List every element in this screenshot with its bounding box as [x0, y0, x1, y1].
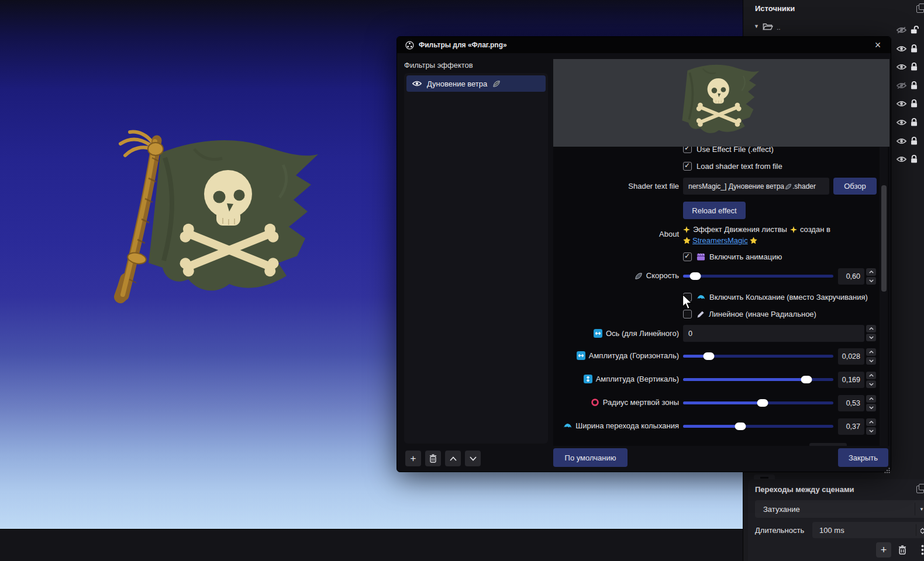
- deadzone-slider[interactable]: [683, 401, 833, 404]
- remove-filter-button[interactable]: [425, 451, 441, 466]
- filter-preview: [553, 59, 889, 147]
- load-shader-checkbox[interactable]: [683, 162, 692, 171]
- spin-up-icon[interactable]: [866, 395, 876, 403]
- sources-panel-title: Источники: [755, 4, 795, 13]
- speed-spinner: [866, 268, 876, 285]
- use-effect-file-checkbox[interactable]: [683, 147, 692, 153]
- deadzone-value[interactable]: 0,53: [838, 395, 864, 411]
- move-filter-down-button[interactable]: [465, 451, 481, 466]
- effects-list-label: Фильтры эффектов: [404, 61, 473, 70]
- axis-label: Ось (для Линейного): [553, 329, 679, 338]
- add-transition-button[interactable]: +: [876, 542, 891, 557]
- dialog-titlebar[interactable]: Фильтры для «Флаг.png» ×: [397, 37, 891, 53]
- spin-up-icon[interactable]: [866, 348, 876, 356]
- hidden-eye-icon[interactable]: [897, 82, 906, 91]
- transitions-panel-title: Переходы между сценами: [755, 485, 854, 494]
- amp-vertical-slider[interactable]: [683, 378, 833, 381]
- dialog-close-button[interactable]: ×: [871, 38, 885, 52]
- lock-icon[interactable]: [911, 81, 918, 92]
- amp-vertical-value[interactable]: 0,169: [838, 372, 864, 388]
- arrow-vertical-icon: [584, 375, 592, 383]
- spin-up-icon[interactable]: [866, 268, 876, 276]
- lock-icon[interactable]: [911, 62, 918, 73]
- pirate-flag-source[interactable]: [106, 123, 335, 305]
- visible-eye-icon[interactable]: [412, 80, 422, 87]
- shader-file-input[interactable]: nersMagic_] Дуновение ветра .shader: [683, 178, 829, 195]
- filter-item-name: Дуновение ветра: [427, 79, 487, 88]
- about-line1: Эффект Движения листвы создан в: [683, 225, 830, 234]
- spin-down-icon[interactable]: [866, 277, 876, 285]
- lock-icon[interactable]: [911, 44, 918, 55]
- speed-value[interactable]: 0,60: [838, 268, 864, 285]
- visible-eye-icon[interactable]: [897, 63, 906, 72]
- move-filter-up-button[interactable]: [445, 451, 461, 466]
- amp-horizontal-spinner: [866, 348, 876, 365]
- lock-icon[interactable]: [911, 99, 918, 110]
- visible-eye-icon[interactable]: [897, 100, 906, 109]
- amp-horizontal-value[interactable]: 0,028: [838, 348, 864, 365]
- remove-transition-button[interactable]: [895, 543, 909, 557]
- amp-vertical-slider-handle[interactable]: [801, 376, 812, 383]
- visible-eye-icon[interactable]: [897, 119, 906, 128]
- filter-settings-pane: Use Effect File (.effect) Load shader te…: [553, 147, 889, 446]
- leaf-icon: [635, 272, 643, 280]
- mouse-cursor: [682, 294, 694, 310]
- amp-horizontal-slider[interactable]: [683, 355, 833, 358]
- spin-down-icon[interactable]: [866, 404, 876, 411]
- settings-scrollbar-thumb[interactable]: [881, 185, 887, 292]
- spin-down-icon[interactable]: [866, 357, 876, 365]
- resize-grip[interactable]: [884, 466, 890, 472]
- pencil-icon: [697, 310, 705, 318]
- sway-width-slider-handle[interactable]: [735, 423, 746, 430]
- transition-select[interactable]: Затухание ▼: [755, 500, 924, 518]
- sway-width-slider[interactable]: [683, 425, 833, 428]
- clipped-next-row-input: [809, 443, 847, 446]
- browse-button[interactable]: Обзор: [833, 178, 877, 195]
- lock-icon[interactable]: [911, 117, 918, 129]
- duration-label: Длительность: [755, 526, 804, 535]
- filter-list-item[interactable]: Дуновение ветра: [406, 75, 546, 92]
- speed-label: Скорость: [553, 271, 679, 280]
- speed-slider[interactable]: [683, 275, 833, 278]
- spin-down-icon[interactable]: [866, 380, 876, 388]
- use-effect-file-label: Use Effect File (.effect): [697, 147, 774, 154]
- transition-menu-button[interactable]: [916, 543, 924, 557]
- linear-label: Линейное (иначе Радиальное): [697, 310, 816, 318]
- spin-down-icon[interactable]: [866, 427, 876, 435]
- spin-up-icon[interactable]: [866, 418, 876, 426]
- add-filter-button[interactable]: +: [405, 451, 421, 466]
- reload-effect-button[interactable]: Reload effect: [683, 202, 746, 219]
- lock-icon[interactable]: [911, 154, 918, 165]
- speed-slider-handle[interactable]: [689, 272, 701, 280]
- linear-checkbox[interactable]: [683, 310, 692, 318]
- hidden-eye-icon[interactable]: [897, 26, 906, 36]
- defaults-button[interactable]: По умолчанию: [553, 448, 628, 467]
- star-icon: [683, 237, 691, 244]
- enable-animation-checkbox[interactable]: [683, 252, 692, 261]
- visible-eye-icon[interactable]: [897, 137, 906, 147]
- spin-down-icon[interactable]: [866, 334, 876, 341]
- settings-scrollbar[interactable]: [880, 147, 888, 446]
- amp-horizontal-slider-handle[interactable]: [703, 352, 714, 360]
- sway-width-value[interactable]: 0,37: [838, 418, 864, 435]
- duration-spinbox[interactable]: 100 ms: [812, 522, 924, 538]
- obs-logo-icon: [405, 41, 414, 50]
- sources-popout-icon[interactable]: [916, 5, 924, 13]
- visible-eye-icon[interactable]: [897, 45, 906, 54]
- axis-spinner: [866, 325, 876, 341]
- obs-main-window: Источник не выбран Свойства Фильтры Исто…: [0, 0, 924, 561]
- streamersmagic-link[interactable]: StreamersMagic: [692, 236, 748, 245]
- deadzone-slider-handle[interactable]: [757, 399, 768, 407]
- unlock-icon[interactable]: [911, 25, 919, 36]
- lock-icon[interactable]: [911, 136, 918, 147]
- about-label: About: [553, 230, 679, 238]
- transitions-popout-icon[interactable]: [916, 486, 924, 493]
- effects-filter-list: Дуновение ветра: [404, 73, 548, 444]
- spin-up-icon[interactable]: [866, 325, 876, 333]
- spin-up-icon[interactable]: [866, 372, 876, 379]
- leaf-icon: [785, 183, 792, 190]
- spin-down-icon[interactable]: [920, 527, 924, 536]
- visible-eye-icon[interactable]: [897, 155, 906, 165]
- close-button[interactable]: Закрыть: [838, 448, 888, 467]
- axis-input[interactable]: 0: [683, 325, 864, 342]
